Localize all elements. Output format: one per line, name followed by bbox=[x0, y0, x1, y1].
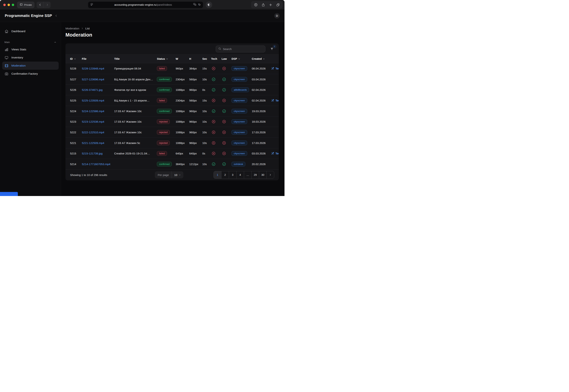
file-link[interactable]: 5228-123948.mp4 bbox=[82, 67, 114, 70]
file-link[interactable]: 5223-122538.mp4 bbox=[82, 120, 114, 123]
filter-button[interactable]: 0 bbox=[270, 47, 274, 51]
search-input[interactable] bbox=[223, 47, 263, 51]
dsp-badge[interactable]: allbillboards bbox=[231, 87, 249, 92]
downloads-button[interactable] bbox=[253, 2, 259, 8]
share-button[interactable] bbox=[260, 2, 266, 8]
status-badge: confirmed bbox=[157, 77, 172, 82]
close-window-button[interactable] bbox=[3, 4, 6, 6]
sidebar-item-dashboard[interactable]: Dashboard bbox=[2, 27, 59, 35]
law-status-icon bbox=[222, 130, 231, 134]
tools-icon bbox=[271, 67, 274, 70]
minimize-window-button[interactable] bbox=[8, 4, 10, 6]
table-row[interactable]: 5215 5215-121739.jpg Creative 2026-01-19… bbox=[65, 148, 279, 159]
pagination-page-30[interactable]: 30 bbox=[259, 171, 267, 179]
sidebar-collapse-button[interactable] bbox=[55, 14, 58, 17]
status-badge: failed bbox=[157, 66, 167, 71]
status-badge: rejected bbox=[157, 119, 170, 124]
pagination-page-2[interactable]: 2 bbox=[221, 171, 229, 179]
row-action: Tech C bbox=[271, 152, 279, 155]
cell-id: 5221 bbox=[70, 141, 82, 144]
file-link[interactable]: 5226-374671.jpg bbox=[82, 88, 114, 91]
per-page-select[interactable]: Per page 10 bbox=[155, 171, 183, 178]
column-header-w: W bbox=[176, 57, 189, 60]
table-row[interactable]: 5221 5221-122509.mp4 17.03 А7 Жасмин 5с … bbox=[65, 138, 279, 148]
sidebar-item-confirmation-factory[interactable]: Confirmation Factory bbox=[2, 70, 59, 78]
cell-seconds: 10s bbox=[202, 163, 211, 166]
breadcrumb-root[interactable]: Moderation bbox=[65, 27, 79, 30]
column-header-id[interactable]: ID bbox=[70, 57, 82, 60]
sidebar-item-moderation[interactable]: Moderation bbox=[2, 62, 59, 70]
cell-width: 3840px bbox=[176, 163, 189, 166]
back-button[interactable] bbox=[37, 2, 43, 8]
sort-chevron-icon bbox=[238, 58, 240, 60]
moderation-table-card: 0 IDFileTitleStatusWHSecTechLawDSPCreate… bbox=[65, 43, 279, 180]
sidebar-item-inventory[interactable]: Inventory bbox=[2, 54, 59, 62]
tab-overview-button[interactable] bbox=[275, 2, 281, 8]
file-link[interactable]: 5215-121739.jpg bbox=[82, 152, 114, 155]
cell-title: Филатов луг все в одном bbox=[114, 88, 157, 91]
table-row[interactable]: 5224 5224-122586.mp4 17.03 А7 Жасмин 10с… bbox=[65, 106, 279, 116]
column-header-created[interactable]: Created bbox=[252, 57, 271, 60]
table-row[interactable]: 5226 5226-374671.jpg Филатов луг все в о… bbox=[65, 84, 279, 95]
cell-height: 960px bbox=[189, 141, 202, 144]
column-header-status[interactable]: Status bbox=[157, 57, 176, 60]
pagination-page-29[interactable]: 29 bbox=[251, 171, 259, 179]
file-link[interactable]: 5221-122509.mp4 bbox=[82, 141, 114, 144]
table-row[interactable]: 5214 5214-1771607053.mp4 confirmed 3840p… bbox=[65, 159, 279, 169]
cell-id: 5226 bbox=[70, 88, 82, 91]
shield-privacy-button[interactable] bbox=[206, 1, 212, 8]
status-badge: rejected bbox=[157, 141, 170, 145]
table-row[interactable]: 5223 5223-122538.mp4 17.03 А7 Жасмин 10с… bbox=[65, 116, 279, 127]
dsp-badge[interactable]: oohdesk bbox=[231, 162, 245, 166]
results-summary: Showing 1 to 10 of 296 results bbox=[70, 173, 107, 177]
pagination-page-1[interactable]: 1 bbox=[214, 171, 221, 179]
table-row[interactable]: 5222 5222-122510.mp4 17.03 А7 Жасмин 10с… bbox=[65, 127, 279, 138]
translate-icon[interactable]: A文 bbox=[193, 3, 196, 7]
dsp-badge[interactable]: cityscreen bbox=[231, 119, 247, 124]
forward-button[interactable] bbox=[43, 2, 51, 8]
dsp-badge[interactable]: cityscreen bbox=[231, 141, 247, 145]
cell-id: 5227 bbox=[70, 78, 82, 81]
tech-status-icon bbox=[211, 162, 222, 166]
zoom-window-button[interactable] bbox=[12, 4, 14, 6]
sidebar-section-main[interactable]: Main bbox=[4, 41, 57, 43]
cell-title: 17.03 А7 Жасмин 10с bbox=[114, 120, 157, 123]
sidebar-item-label: Confirmation Factory bbox=[11, 72, 38, 75]
sidebar-item-views-stats[interactable]: Views Stats bbox=[2, 45, 59, 54]
tech-check-link[interactable]: Tech C bbox=[271, 152, 279, 155]
tech-check-link[interactable]: Tech C bbox=[271, 99, 279, 102]
dsp-badge[interactable]: cityscreen bbox=[231, 66, 247, 71]
pagination: 1234…2930 bbox=[213, 171, 274, 179]
dsp-badge[interactable]: cityscreen bbox=[231, 98, 247, 103]
file-link[interactable]: 5225-123509.mp4 bbox=[82, 99, 114, 102]
dsp-badge[interactable]: cityscreen bbox=[231, 130, 247, 135]
column-header-dsp[interactable]: DSP bbox=[231, 57, 252, 60]
cell-height: 960px bbox=[189, 120, 202, 123]
reload-icon[interactable]: ↻ bbox=[198, 3, 201, 6]
file-link[interactable]: 5224-122586.mp4 bbox=[82, 110, 114, 113]
private-label: Private bbox=[24, 3, 32, 6]
tech-check-link[interactable]: Tech C bbox=[271, 67, 279, 70]
table-row[interactable]: 5228 5228-123948.mp4 Премодерация 08.04 … bbox=[65, 63, 279, 74]
law-status-icon bbox=[222, 88, 231, 92]
pagination-page-4[interactable]: 4 bbox=[236, 171, 244, 179]
pagination-next-button[interactable] bbox=[267, 171, 274, 179]
dsp-badge[interactable]: cityscreen bbox=[231, 151, 247, 156]
file-link[interactable]: 5214-1771607053.mp4 bbox=[82, 163, 114, 166]
private-mode-button[interactable]: Private bbox=[17, 2, 34, 8]
sort-chevron-icon bbox=[166, 58, 168, 60]
column-header-title: Title bbox=[114, 57, 157, 60]
new-tab-button[interactable] bbox=[268, 2, 273, 8]
reader-icon[interactable] bbox=[90, 3, 93, 7]
cell-width: 1088px bbox=[176, 131, 189, 134]
dsp-badge[interactable]: cityscreen bbox=[231, 77, 247, 82]
file-link[interactable]: 5222-122510.mp4 bbox=[82, 131, 114, 134]
user-avatar[interactable]: D bbox=[274, 13, 280, 19]
sidebar: Dashboard Main Views StatsInventoryModer… bbox=[0, 22, 61, 196]
file-link[interactable]: 5227-123696.mp4 bbox=[82, 78, 114, 81]
table-row[interactable]: 5225 5225-123509.mp4 БЦ Авиум с 1 - 15 а… bbox=[65, 95, 279, 106]
table-row[interactable]: 5227 5227-123696.mp4 БЦ Авиум 16-30 апре… bbox=[65, 74, 279, 84]
pagination-page-3[interactable]: 3 bbox=[229, 171, 236, 179]
dsp-badge[interactable]: cityscreen bbox=[231, 109, 247, 113]
address-bar[interactable]: accounting.programmatic-engine.ru/panel/… bbox=[88, 2, 203, 8]
